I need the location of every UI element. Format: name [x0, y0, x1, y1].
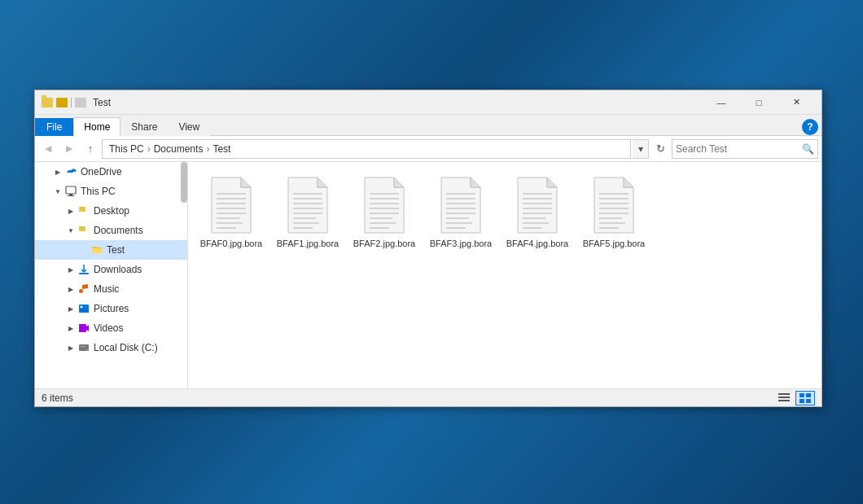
sidebar-item-documents[interactable]: ▼ Documents: [35, 221, 187, 240]
tab-view[interactable]: View: [168, 117, 210, 136]
svg-rect-7: [79, 273, 89, 274]
ribbon-tabs: File Home Share View ?: [35, 115, 821, 136]
tab-share[interactable]: Share: [120, 117, 168, 136]
drive-icon: [77, 341, 90, 354]
documents-icon: [77, 224, 90, 237]
svg-point-8: [79, 289, 83, 293]
this-pc-expand-icon[interactable]: ▼: [51, 185, 64, 198]
up-button[interactable]: ↑: [81, 139, 100, 159]
local-disk-expand-icon[interactable]: ▶: [64, 341, 77, 354]
details-view-button[interactable]: [774, 391, 794, 405]
music-icon: [77, 283, 90, 296]
videos-expand-icon[interactable]: ▶: [64, 322, 77, 335]
file-name: BFAF2.jpg.bora: [353, 238, 415, 249]
svg-marker-36: [394, 177, 404, 187]
local-disk-label: Local Disk (C:): [94, 342, 158, 353]
svg-rect-75: [778, 393, 790, 395]
refresh-button[interactable]: ↻: [651, 139, 670, 159]
sidebar-item-videos[interactable]: ▶ Videos: [35, 318, 187, 338]
svg-marker-26: [318, 177, 327, 187]
view-buttons: [774, 391, 815, 405]
onedrive-label: OneDrive: [81, 166, 122, 177]
breadcrumb-test[interactable]: Test: [212, 143, 230, 155]
computer-icon: [64, 185, 77, 198]
title-bar: Test — □ ✕: [35, 90, 821, 115]
address-bar[interactable]: This PC › Documents › Test: [102, 139, 631, 159]
svg-rect-76: [778, 397, 790, 398]
tab-file[interactable]: File: [35, 118, 73, 136]
minimize-button[interactable]: —: [703, 90, 740, 115]
svg-rect-79: [806, 393, 811, 397]
search-icon[interactable]: 🔍: [802, 143, 814, 155]
file-item[interactable]: BFAF3.jpg.bora: [424, 169, 497, 253]
address-dropdown-button[interactable]: ▾: [633, 139, 649, 159]
file-item[interactable]: BFAF4.jpg.bora: [501, 169, 574, 253]
help-button[interactable]: ?: [802, 119, 818, 135]
svg-rect-5: [79, 226, 85, 231]
svg-rect-9: [79, 305, 89, 313]
pin-icon: [75, 98, 86, 107]
test-label: Test: [107, 244, 125, 256]
sidebar-item-this-pc[interactable]: ▼ This PC: [35, 182, 187, 201]
search-input[interactable]: [676, 143, 802, 155]
downloads-expand-icon[interactable]: ▶: [64, 263, 77, 276]
ribbon-help: ?: [802, 119, 821, 135]
file-name: BFAF0.jpg.bora: [200, 238, 262, 249]
pictures-label: Pictures: [94, 303, 129, 314]
sidebar-item-test[interactable]: ▶ Test: [35, 240, 187, 260]
svg-rect-2: [68, 195, 74, 196]
desktop-expand-icon[interactable]: ▶: [64, 204, 77, 217]
downloads-icon: [77, 263, 90, 276]
svg-rect-14: [80, 346, 85, 347]
svg-rect-0: [66, 186, 76, 194]
nav-pane: ▶ OneDrive ▼ This PC: [35, 162, 188, 388]
sidebar-item-downloads[interactable]: ▶ Downloads: [35, 260, 187, 279]
search-box[interactable]: 🔍: [672, 139, 818, 159]
back-button[interactable]: ◀: [38, 139, 58, 159]
file-name: BFAF3.jpg.bora: [430, 238, 492, 249]
desktop-icon: [77, 204, 90, 217]
svg-rect-4: [81, 208, 84, 208]
maximize-button[interactable]: □: [740, 90, 778, 115]
sidebar-item-onedrive[interactable]: ▶ OneDrive: [35, 162, 187, 182]
divider: [71, 98, 72, 107]
file-item[interactable]: BFAF1.jpg.bora: [271, 169, 344, 253]
file-name: BFAF4.jpg.bora: [506, 238, 568, 249]
pictures-expand-icon[interactable]: ▶: [64, 302, 77, 315]
music-label: Music: [94, 283, 119, 295]
file-item[interactable]: BFAF5.jpg.bora: [577, 169, 651, 253]
breadcrumb-documents[interactable]: Documents: [154, 143, 204, 155]
sidebar-item-music[interactable]: ▶ Music: [35, 279, 187, 299]
music-expand-icon[interactable]: ▶: [64, 283, 77, 296]
file-icon: [283, 176, 332, 234]
close-button[interactable]: ✕: [778, 90, 815, 115]
file-item[interactable]: BFAF0.jpg.bora: [195, 169, 268, 253]
status-bar: 6 items: [35, 388, 821, 406]
onedrive-expand-icon[interactable]: ▶: [51, 165, 64, 178]
svg-rect-6: [81, 227, 83, 228]
large-icons-view-button[interactable]: [795, 391, 815, 405]
downloads-label: Downloads: [94, 264, 142, 275]
this-pc-label: This PC: [81, 186, 116, 197]
breadcrumb-this-pc[interactable]: This PC: [109, 143, 144, 155]
sidebar-item-pictures[interactable]: ▶ Pictures: [35, 299, 187, 318]
pictures-icon: [77, 302, 90, 315]
main-content: ▶ OneDrive ▼ This PC: [35, 162, 821, 388]
forward-button[interactable]: ▶: [59, 139, 79, 159]
tab-home[interactable]: Home: [73, 117, 120, 136]
videos-label: Videos: [94, 322, 123, 334]
file-name: BFAF5.jpg.bora: [583, 238, 645, 249]
svg-rect-81: [806, 399, 811, 403]
documents-expand-icon[interactable]: ▼: [64, 224, 77, 237]
sidebar-item-local-disk[interactable]: ▶ Local Disk (C:): [35, 338, 187, 357]
file-name: BFAF1.jpg.bora: [277, 238, 339, 249]
folder-icon-small-1: [42, 98, 53, 107]
file-icon: [360, 176, 409, 234]
test-folder-icon: [90, 243, 103, 256]
svg-marker-16: [241, 177, 251, 187]
file-item[interactable]: BFAF2.jpg.bora: [348, 169, 421, 253]
svg-rect-80: [799, 399, 804, 403]
status-item-count: 6 items: [42, 392, 73, 404]
sidebar-item-desktop[interactable]: ▶ Desktop: [35, 201, 187, 221]
file-icon: [589, 176, 638, 234]
